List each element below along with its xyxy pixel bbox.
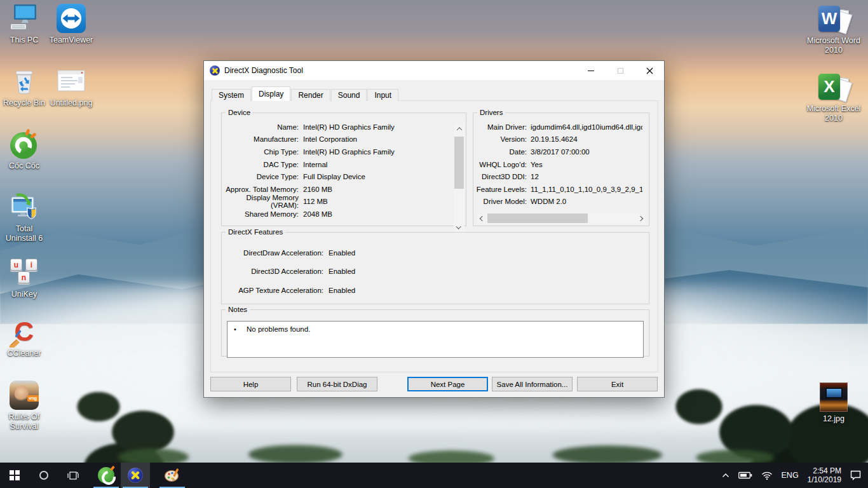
maximize-button: [606, 61, 635, 80]
device-row: Name:Intel(R) HD Graphics Family: [222, 121, 449, 133]
this-pc-icon: [8, 3, 40, 34]
battery-status-button[interactable]: [734, 463, 757, 488]
desktop-icon-excel[interactable]: X Microsoft Excel 2010: [804, 71, 863, 123]
save-all-information-button[interactable]: Save All Information...: [492, 377, 573, 391]
action-center-button[interactable]: [846, 463, 865, 488]
taskbar-coc-coc[interactable]: [92, 463, 121, 488]
clock[interactable]: 2:54 PM 1/10/2019: [803, 463, 846, 488]
tab-strip: System Display Render Sound Input: [212, 86, 399, 101]
search-icon: [39, 471, 48, 480]
tray-time: 2:54 PM: [808, 466, 841, 475]
drivers-row: Feature Levels:11_1,11_0,10_1,10_0,9_3,9…: [473, 183, 649, 196]
window-title: DirectX Diagnostic Tool: [224, 66, 303, 75]
desktop-icon-ccleaner[interactable]: C CCleaner: [1, 316, 48, 358]
drivers-row: Direct3D DDI:12: [473, 170, 649, 183]
drivers-row: Date:3/8/2017 07:00:00: [473, 146, 649, 158]
ros-vng-badge: vng: [27, 395, 39, 402]
excel-letter: X: [818, 74, 840, 100]
desktop-icon-label: Microsoft Word 2010: [804, 36, 863, 55]
scroll-left-icon[interactable]: [477, 213, 487, 224]
wifi-status-button[interactable]: [757, 463, 777, 488]
windows-logo-icon: [10, 470, 20, 480]
12-jpg-thumbnail: [818, 381, 850, 413]
drivers-row: WHQL Logo'd:Yes: [473, 158, 649, 171]
tab-display[interactable]: Display: [252, 86, 290, 101]
coc-coc-icon: [98, 467, 114, 484]
minimize-button[interactable]: [576, 61, 606, 80]
tray-date: 1/10/2019: [808, 475, 841, 484]
desktop-icon-total-uninstall[interactable]: Total Uninstall 6: [1, 191, 48, 243]
drivers-row: Main Driver:igdumdim64.dll,igd10iumd64.d…: [473, 121, 649, 133]
run-64bit-dxdiag-button[interactable]: Run 64-bit DxDiag: [297, 377, 377, 391]
cortana-search-button[interactable]: [29, 463, 58, 488]
chevron-up-icon: [722, 473, 729, 478]
show-hidden-icons-button[interactable]: [717, 463, 734, 488]
desktop-icon-coc-coc[interactable]: Cốc Cốc: [1, 128, 48, 171]
desktop-icon-label: Cốc Cốc: [9, 161, 39, 171]
dxdiag-app-icon: [210, 65, 220, 76]
note-item: • No problems found.: [227, 322, 643, 333]
scrollbar-thumb[interactable]: [454, 137, 464, 189]
tab-system[interactable]: System: [212, 89, 251, 101]
close-icon: [646, 67, 653, 74]
notes-group: Notes • No problems found.: [221, 306, 649, 356]
battery-icon: [738, 471, 752, 479]
tab-sound[interactable]: Sound: [331, 89, 367, 101]
device-row: Chip Type:Intel(R) HD Graphics Family: [222, 146, 449, 158]
exit-button[interactable]: Exit: [577, 377, 658, 391]
desktop-icon-teamviewer[interactable]: TeamViewer: [48, 3, 95, 45]
desktop-icon-rules-of-survival[interactable]: vng Rules Of Survival: [1, 379, 48, 431]
tab-input[interactable]: Input: [367, 89, 398, 101]
notes-textbox[interactable]: • No problems found.: [227, 321, 644, 358]
task-view-icon: [67, 471, 79, 480]
desktop-icon-label: CCleaner: [8, 349, 41, 358]
taskbar-paint[interactable]: [158, 463, 187, 488]
desktop-icon-label: This PC: [10, 36, 38, 45]
system-tray: ENG 2:54 PM 1/10/2019: [717, 463, 868, 488]
unikey-key-n: n: [18, 271, 30, 283]
device-row: Shared Memory:2048 MB: [222, 208, 449, 220]
action-center-icon: [850, 470, 861, 480]
task-view-button[interactable]: [58, 463, 88, 488]
scroll-right-icon[interactable]: [635, 213, 645, 224]
device-row: DAC Type:Internal: [222, 158, 449, 171]
help-button[interactable]: Help: [210, 377, 291, 391]
device-vertical-scrollbar[interactable]: [454, 124, 465, 232]
desktop-icon-label: Total Uninstall 6: [1, 224, 48, 243]
untitled-png-icon: [55, 65, 87, 97]
device-group: Device Name:Intel(R) HD Graphics Family …: [221, 109, 466, 226]
desktop-icon-label: TeamViewer: [50, 36, 93, 45]
desktop-icon-12-jpg[interactable]: 12.jpg: [804, 381, 863, 424]
teamviewer-icon: [55, 3, 87, 34]
desktop-icon-word[interactable]: W Microsoft Word 2010: [804, 3, 863, 55]
desktop-icon-unikey[interactable]: u i n UniKey: [1, 257, 48, 299]
dxdiag-window: DirectX Diagnostic Tool System Display R…: [203, 60, 665, 398]
desktop-icon-untitled-png[interactable]: Untitled.png: [48, 65, 95, 108]
unikey-icon: u i n: [8, 257, 40, 288]
wifi-icon: [761, 471, 773, 480]
desktop-icon-this-pc[interactable]: This PC: [1, 3, 48, 45]
close-button[interactable]: [635, 61, 664, 80]
device-legend: Device: [226, 109, 253, 116]
drivers-row: Driver Model:WDDM 2.0: [473, 196, 649, 208]
ccleaner-icon: C: [8, 316, 40, 348]
dxdiag-icon: [128, 468, 143, 483]
tab-render[interactable]: Render: [291, 89, 330, 101]
drivers-horizontal-scrollbar[interactable]: [477, 213, 645, 224]
notes-legend: Notes: [226, 306, 250, 313]
rules-of-survival-icon: vng: [8, 379, 40, 411]
desktop-icon-recycle-bin[interactable]: Recycle Bin: [1, 65, 48, 108]
drivers-group: Drivers Main Driver:igdumdim64.dll,igd10…: [473, 109, 649, 226]
next-page-button[interactable]: Next Page: [407, 377, 488, 391]
device-row: Device Type:Full Display Device: [222, 170, 449, 183]
coc-coc-icon: [8, 128, 40, 160]
desktop-icon-label: UniKey: [11, 290, 37, 299]
features-row: AGP Texture Acceleration:Enabled: [222, 281, 649, 300]
language-indicator[interactable]: ENG: [777, 463, 803, 488]
word-icon: W: [818, 3, 850, 35]
scroll-up-icon[interactable]: [454, 124, 465, 133]
desktop-icon-label: Untitled.png: [50, 98, 93, 108]
start-button[interactable]: [0, 463, 29, 488]
scrollbar-thumb[interactable]: [487, 214, 588, 223]
taskbar-dxdiag[interactable]: [121, 463, 150, 488]
